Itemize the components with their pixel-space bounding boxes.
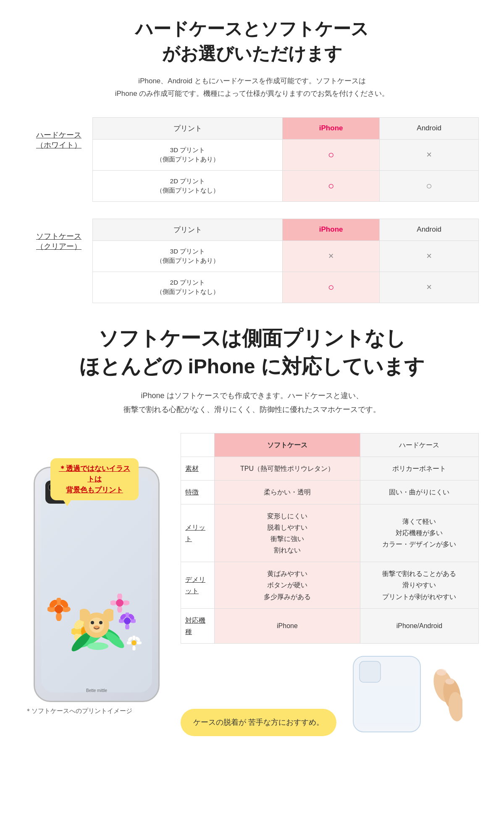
svg-point-44 [89, 618, 104, 633]
table-row: 3D プリント（側面プリントあり） ○ × [93, 139, 479, 170]
svg-point-40 [87, 642, 108, 650]
soft-print-header: プリント [93, 219, 283, 240]
detail-feature-label: 特徴 [181, 481, 215, 504]
detail-table: ソフトケース ハードケース 素材 TPU（熱可塑性ポリウレタン） ポリカーボネー… [181, 433, 479, 644]
hard-android-header: Android [380, 117, 479, 139]
phone-logo: Bette mittle [86, 688, 107, 693]
bottom-bubble: ケースの脱着が 苦手な方におすすめ。 [181, 709, 336, 736]
hard-row2-print: 2D プリント（側面プリントなし） [93, 170, 283, 201]
detail-demerit-hard: 衝撃で割れることがある滑りやすいプリントが剥がれやすい [360, 562, 478, 609]
table-row: 3D プリント（側面プリントあり） × × [93, 240, 479, 272]
detail-feature-soft: 柔らかい・透明 [215, 481, 360, 504]
bottom-section: ＊透過ではないイラストは背景色もプリント [25, 433, 479, 736]
table-row: 素材 TPU（熱可塑性ポリウレタン） ポリカーボネート [181, 457, 479, 481]
svg-rect-50 [357, 686, 415, 726]
detail-compat-hard: iPhone/Android [360, 608, 478, 643]
hard-row1-iphone: ○ [283, 139, 380, 170]
detail-feature-hard: 固い・曲がりにくい [360, 481, 478, 504]
clear-case-illustration [345, 652, 479, 736]
table-row: 対応機種 iPhone iPhone/Android [181, 608, 479, 643]
bottom-row: ケースの脱着が 苦手な方におすすめ。 [181, 652, 479, 736]
soft-row2-iphone: ○ [283, 272, 380, 303]
soft-row2-print: 2D プリント（側面プリントなし） [93, 272, 283, 303]
section1-title: ハードケースとソフトケース がお選びいただけます [25, 17, 479, 66]
hard-row2-iphone: ○ [283, 170, 380, 201]
hard-row1-android: × [380, 139, 479, 170]
phone-image-col: ＊透過ではないイラストは背景色もプリント [25, 433, 168, 715]
detail-hard-header: ハードケース [360, 433, 478, 457]
section1-subtitle: iPhone、Android ともにハードケースを作成可能です。ソフトケースは … [25, 75, 479, 100]
hard-iphone-header: iPhone [283, 117, 380, 139]
svg-point-54 [436, 669, 446, 676]
table-row: 2D プリント（側面プリントなし） ○ × [93, 272, 479, 303]
detail-material-hard: ポリカーボネート [360, 457, 478, 481]
table-row: デメリット 黄ばみやすいボタンが硬い多少厚みがある 衝撃で割れることがある滑りや… [181, 562, 479, 609]
hard-row2-android: ○ [380, 170, 479, 201]
phone-caption: ＊ソフトケースへのプリントイメージ [25, 707, 168, 715]
soft-case-label: ソフトケース （クリアー） [25, 219, 92, 251]
detail-compat-label: 対応機種 [181, 608, 215, 643]
hard-case-section: ハードケース （ホワイト） プリント iPhone Android 3D プリン… [25, 117, 479, 202]
detail-demerit-soft: 黄ばみやすいボタンが硬い多少厚みがある [215, 562, 360, 609]
detail-table-col: ソフトケース ハードケース 素材 TPU（熱可塑性ポリウレタン） ポリカーボネー… [181, 433, 479, 736]
soft-row1-android: × [380, 240, 479, 272]
svg-point-55 [445, 679, 454, 684]
soft-case-table: プリント iPhone Android 3D プリント（側面プリントあり） × … [92, 219, 479, 303]
soft-case-section: ソフトケース （クリアー） プリント iPhone Android 3D プリン… [25, 219, 479, 303]
detail-empty-header [181, 433, 215, 457]
detail-merit-soft: 変形しにくい脱着しやすい衝撃に強い割れない [215, 504, 360, 562]
detail-material-soft: TPU（熱可塑性ポリウレタン） [215, 457, 360, 481]
detail-compat-soft: iPhone [215, 608, 360, 643]
svg-point-46 [99, 621, 102, 624]
detail-merit-label: メリット [181, 504, 215, 562]
table-row: 特徴 柔らかい・透明 固い・曲がりにくい [181, 481, 479, 504]
soft-row1-iphone: × [283, 240, 380, 272]
hard-print-header: プリント [93, 117, 283, 139]
speech-bubble: ＊透過ではないイラストは背景色もプリント [50, 458, 139, 501]
soft-android-header: Android [380, 219, 479, 240]
table-row: 2D プリント（側面プリントなし） ○ ○ [93, 170, 479, 201]
phone-illustration: Bette mittle [34, 467, 160, 702]
svg-point-45 [91, 621, 94, 624]
svg-rect-49 [360, 661, 381, 682]
hard-case-table: プリント iPhone Android 3D プリント（側面プリントあり） ○ … [92, 117, 479, 202]
detail-merit-hard: 薄くて軽い対応機種が多いカラー・デザインが多い [360, 504, 478, 562]
hard-row1-print: 3D プリント（側面プリントあり） [93, 139, 283, 170]
section2-subtitle: iPhone はソフトケースでも作成できます。ハードケースと違い、 衝撃で割れる… [25, 389, 479, 416]
soft-row1-print: 3D プリント（側面プリントあり） [93, 240, 283, 272]
soft-row2-android: × [380, 272, 479, 303]
detail-material-label: 素材 [181, 457, 215, 481]
hard-case-label: ハードケース （ホワイト） [25, 117, 92, 150]
section2-title: ソフトケースは側面プリントなし ほとんどの iPhone に対応しています [25, 324, 479, 380]
detail-demerit-label: デメリット [181, 562, 215, 609]
detail-soft-header: ソフトケース [215, 433, 360, 457]
soft-iphone-header: iPhone [283, 219, 380, 240]
table-row: メリット 変形しにくい脱着しやすい衝撃に強い割れない 薄くて軽い対応機種が多いカ… [181, 504, 479, 562]
